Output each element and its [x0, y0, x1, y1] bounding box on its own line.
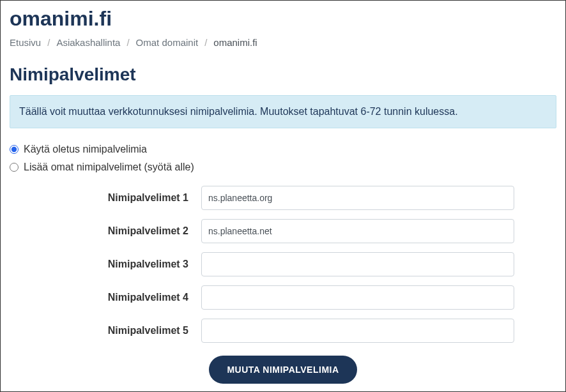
- breadcrumb-link-customer[interactable]: Asiakashallinta: [56, 37, 120, 48]
- nameserver-input-3[interactable]: [201, 252, 514, 276]
- nameserver-input-4[interactable]: [201, 285, 514, 310]
- submit-button[interactable]: MUUTA NIMIPALVELIMIA: [209, 356, 356, 384]
- radio-custom-input[interactable]: [10, 163, 19, 172]
- nameserver-form: Nimipalvelimet 1 Nimipalvelimet 2 Nimipa…: [10, 186, 556, 343]
- breadcrumb-current: omanimi.fi: [213, 37, 257, 48]
- nameserver-row-4: Nimipalvelimet 4: [10, 285, 556, 310]
- nameserver-label-2: Nimipalvelimet 2: [10, 225, 201, 237]
- radio-custom-nameservers[interactable]: Lisää omat nimipalvelimet (syötä alle): [10, 162, 556, 173]
- radio-default-input[interactable]: [10, 145, 19, 154]
- nameserver-label-5: Nimipalvelimet 5: [10, 325, 201, 336]
- nameserver-label-4: Nimipalvelimet 4: [10, 292, 201, 303]
- section-title: Nimipalvelimet: [10, 64, 556, 85]
- page-title: omanimi.fi: [10, 7, 556, 31]
- breadcrumb-separator: /: [204, 37, 207, 48]
- nameserver-label-3: Nimipalvelimet 3: [10, 259, 201, 270]
- info-box: Täällä voit muuttaa verkkotunnuksesi nim…: [10, 95, 556, 128]
- nameserver-input-5[interactable]: [201, 319, 514, 343]
- breadcrumb-link-home[interactable]: Etusivu: [10, 37, 41, 48]
- breadcrumb-separator: /: [126, 37, 129, 48]
- breadcrumb-link-domains[interactable]: Omat domainit: [136, 37, 199, 48]
- radio-default-label: Käytä oletus nimipalvelimia: [24, 144, 147, 155]
- nameserver-row-5: Nimipalvelimet 5: [10, 319, 556, 343]
- nameserver-row-2: Nimipalvelimet 2: [10, 219, 556, 243]
- nameserver-row-1: Nimipalvelimet 1: [10, 186, 556, 210]
- breadcrumb: Etusivu / Asiakashallinta / Omat domaini…: [10, 37, 556, 48]
- nameserver-row-3: Nimipalvelimet 3: [10, 252, 556, 276]
- nameserver-input-1[interactable]: [201, 186, 514, 210]
- submit-row: MUUTA NIMIPALVELIMIA: [10, 356, 556, 384]
- radio-default-nameservers[interactable]: Käytä oletus nimipalvelimia: [10, 144, 556, 155]
- radio-custom-label: Lisää omat nimipalvelimet (syötä alle): [24, 162, 194, 173]
- nameserver-mode-group: Käytä oletus nimipalvelimia Lisää omat n…: [10, 144, 556, 173]
- nameserver-label-1: Nimipalvelimet 1: [10, 192, 201, 204]
- breadcrumb-separator: /: [47, 37, 50, 48]
- nameserver-input-2[interactable]: [201, 219, 514, 243]
